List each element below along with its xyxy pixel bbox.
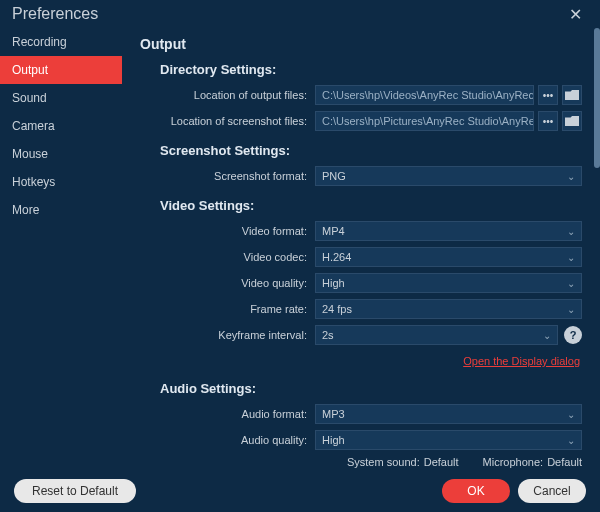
close-button[interactable]: ✕	[563, 3, 588, 26]
browse-output-button[interactable]: •••	[538, 85, 558, 105]
screenshot-files-row: Location of screenshot files: C:\Users\h…	[160, 111, 582, 131]
chevron-down-icon: ⌄	[567, 304, 575, 315]
folder-icon	[565, 116, 579, 126]
audio-quality-label: Audio quality:	[160, 434, 315, 446]
directory-section: Directory Settings: Location of output f…	[140, 62, 582, 131]
chevron-down-icon: ⌄	[567, 171, 575, 182]
audio-format-select[interactable]: MP3⌄	[315, 404, 582, 424]
video-codec-label: Video codec:	[160, 251, 315, 263]
chevron-down-icon: ⌄	[543, 330, 551, 341]
page-title: Output	[140, 36, 582, 52]
open-output-folder-button[interactable]	[562, 85, 582, 105]
framerate-label: Frame rate:	[160, 303, 315, 315]
footer: Reset to Default OK Cancel	[0, 470, 600, 512]
audio-status-row: System sound:Default Microphone:Default	[160, 456, 582, 468]
footer-right: OK Cancel	[442, 479, 586, 503]
video-format-select[interactable]: MP4⌄	[315, 221, 582, 241]
sidebar: Recording Output Sound Camera Mouse Hotk…	[0, 28, 122, 470]
audio-quality-select[interactable]: High⌄	[315, 430, 582, 450]
audio-title: Audio Settings:	[160, 381, 582, 396]
audio-quality-row: Audio quality: High⌄	[160, 430, 582, 450]
main: Recording Output Sound Camera Mouse Hotk…	[0, 28, 600, 470]
video-title: Video Settings:	[160, 198, 582, 213]
display-link-row: Open the Display dialog	[160, 351, 582, 369]
keyframe-row: Keyframe interval: 2s⌄ ?	[160, 325, 582, 345]
reset-button[interactable]: Reset to Default	[14, 479, 136, 503]
output-files-input[interactable]: C:\Users\hp\Videos\AnyRec Studio\AnyRec …	[315, 85, 534, 105]
sidebar-item-camera[interactable]: Camera	[0, 112, 122, 140]
audio-format-label: Audio format:	[160, 408, 315, 420]
sidebar-item-output[interactable]: Output	[0, 56, 122, 84]
keyframe-help-button[interactable]: ?	[564, 326, 582, 344]
keyframe-label: Keyframe interval:	[160, 329, 315, 341]
directory-title: Directory Settings:	[160, 62, 582, 77]
browse-screenshot-button[interactable]: •••	[538, 111, 558, 131]
video-format-label: Video format:	[160, 225, 315, 237]
sidebar-item-sound[interactable]: Sound	[0, 84, 122, 112]
system-sound-status: System sound:Default	[343, 456, 459, 468]
screenshot-files-label: Location of screenshot files:	[160, 115, 315, 127]
screenshot-section: Screenshot Settings: Screenshot format: …	[140, 143, 582, 186]
window-title: Preferences	[12, 5, 98, 23]
sidebar-item-mouse[interactable]: Mouse	[0, 140, 122, 168]
screenshot-format-label: Screenshot format:	[160, 170, 315, 182]
screenshot-files-input[interactable]: C:\Users\hp\Pictures\AnyRec Studio\AnyRe…	[315, 111, 534, 131]
screenshot-format-select[interactable]: PNG⌄	[315, 166, 582, 186]
audio-section: Audio Settings: Audio format: MP3⌄ Audio…	[140, 381, 582, 470]
cancel-button[interactable]: Cancel	[518, 479, 586, 503]
scrollbar-thumb[interactable]	[594, 28, 600, 168]
audio-format-row: Audio format: MP3⌄	[160, 404, 582, 424]
chevron-down-icon: ⌄	[567, 435, 575, 446]
sidebar-item-more[interactable]: More	[0, 196, 122, 224]
video-quality-label: Video quality:	[160, 277, 315, 289]
sidebar-item-recording[interactable]: Recording	[0, 28, 122, 56]
open-screenshot-folder-button[interactable]	[562, 111, 582, 131]
scrollbar[interactable]	[594, 28, 600, 448]
keyframe-select[interactable]: 2s⌄	[315, 325, 558, 345]
output-files-label: Location of output files:	[160, 89, 315, 101]
video-section: Video Settings: Video format: MP4⌄ Video…	[140, 198, 582, 369]
framerate-row: Frame rate: 24 fps⌄	[160, 299, 582, 319]
screenshot-format-row: Screenshot format: PNG⌄	[160, 166, 582, 186]
content-panel: Output Directory Settings: Location of o…	[122, 28, 600, 470]
chevron-down-icon: ⌄	[567, 278, 575, 289]
video-format-row: Video format: MP4⌄	[160, 221, 582, 241]
chevron-down-icon: ⌄	[567, 409, 575, 420]
video-quality-select[interactable]: High⌄	[315, 273, 582, 293]
microphone-status: Microphone:Default	[479, 456, 582, 468]
folder-icon	[565, 90, 579, 100]
ok-button[interactable]: OK	[442, 479, 510, 503]
screenshot-title: Screenshot Settings:	[160, 143, 582, 158]
framerate-select[interactable]: 24 fps⌄	[315, 299, 582, 319]
titlebar: Preferences ✕	[0, 0, 600, 28]
chevron-down-icon: ⌄	[567, 252, 575, 263]
video-quality-row: Video quality: High⌄	[160, 273, 582, 293]
video-codec-select[interactable]: H.264⌄	[315, 247, 582, 267]
sidebar-item-hotkeys[interactable]: Hotkeys	[0, 168, 122, 196]
open-display-link[interactable]: Open the Display dialog	[463, 355, 580, 367]
output-files-row: Location of output files: C:\Users\hp\Vi…	[160, 85, 582, 105]
video-codec-row: Video codec: H.264⌄	[160, 247, 582, 267]
chevron-down-icon: ⌄	[567, 226, 575, 237]
